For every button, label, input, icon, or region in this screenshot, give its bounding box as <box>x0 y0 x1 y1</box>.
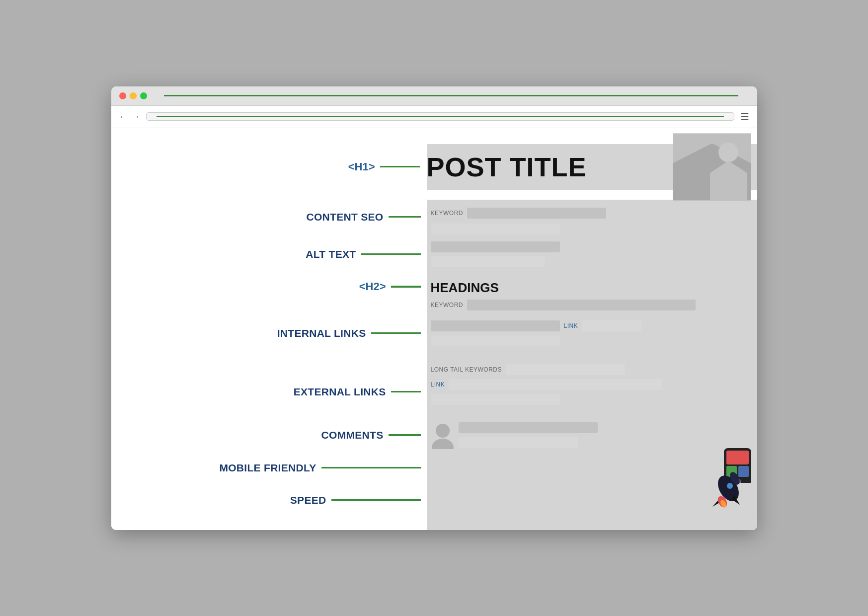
long-tail-label: LONG TAIL KEYWORDS <box>431 366 502 373</box>
traffic-lights <box>119 92 147 99</box>
h1-label-area: <H1> <box>111 160 427 173</box>
title-line <box>164 95 738 96</box>
forward-arrow[interactable]: → <box>132 112 140 121</box>
svg-point-4 <box>436 424 450 438</box>
external-links-label: EXTERNAL LINKS <box>294 386 386 398</box>
mobile-friendly-line <box>321 467 421 469</box>
alt-text-content <box>427 234 757 274</box>
link-label-2: LINK <box>431 381 445 388</box>
h2-label-area: <H2> <box>111 280 427 293</box>
minimize-button[interactable] <box>130 92 137 99</box>
alt-text-line <box>361 253 421 255</box>
comments-line <box>389 434 421 436</box>
h2-label: <H2> <box>359 280 386 293</box>
back-arrow[interactable]: ← <box>119 112 127 121</box>
external-links-content: LINK <box>427 375 757 409</box>
content-seo-label-area: CONTENT SEO <box>111 211 427 223</box>
mobile-friendly-label-area: MOBILE FRIENDLY <box>111 462 427 474</box>
bottom-spacer <box>111 518 757 530</box>
url-bar[interactable] <box>146 112 734 121</box>
browser-window: ← → ☰ <H1> POST TITLE <box>111 86 757 530</box>
spacer-2 <box>111 409 757 418</box>
h2-row: <H2> HEADINGS <box>111 274 757 300</box>
comments-bar-1 <box>459 422 598 433</box>
external-links-bar-2 <box>431 394 560 405</box>
alt-text-bar-2 <box>431 256 545 267</box>
avatar-icon <box>431 422 455 449</box>
external-links-row: EXTERNAL LINKS LINK <box>111 375 757 409</box>
keyword-row: KEYWORD <box>111 300 757 315</box>
menu-icon[interactable]: ☰ <box>740 111 749 123</box>
speed-label: SPEED <box>290 494 326 506</box>
comments-bar-2 <box>459 437 578 448</box>
person-mountain-icon <box>673 133 751 200</box>
comments-label-area: COMMENTS <box>111 429 427 441</box>
external-links-bar <box>449 379 662 390</box>
h2-content: HEADINGS <box>427 274 757 300</box>
h1-label: <H1> <box>348 160 375 173</box>
long-tail-bar <box>506 364 625 375</box>
spacer-1 <box>111 351 757 360</box>
nav-arrows: ← → <box>119 112 140 121</box>
svg-point-2 <box>718 142 738 162</box>
internal-links-line <box>371 332 421 334</box>
headings-text: HEADINGS <box>427 280 499 296</box>
internal-links-bar-3 <box>431 335 560 346</box>
page-body-full: <H1> POST TITLE <box>111 128 757 530</box>
internal-links-bar-2 <box>582 320 641 331</box>
alt-text-row: ALT TEXT <box>111 234 757 274</box>
h2-line <box>391 286 421 288</box>
title-bar <box>111 86 757 106</box>
speed-row: SPEED <box>111 483 757 518</box>
content-bar-1 <box>467 208 606 219</box>
h1-connector <box>380 166 420 168</box>
content-seo-content: KEYWORD <box>427 200 757 234</box>
alt-text-label-area: ALT TEXT <box>111 248 427 260</box>
link-label-1: LINK <box>564 322 578 329</box>
comments-content <box>427 418 757 453</box>
long-tail-row: LONG TAIL KEYWORDS <box>111 360 757 375</box>
speed-label-area: SPEED <box>111 494 427 506</box>
content-seo-label: CONTENT SEO <box>307 211 384 223</box>
nav-bar: ← → ☰ <box>111 106 757 128</box>
h1-row: <H1> POST TITLE <box>111 128 757 200</box>
speed-line <box>331 499 421 501</box>
internal-links-row: INTERNAL LINKS LINK <box>111 315 757 351</box>
content-seo-row: CONTENT SEO KEYWORD <box>111 200 757 234</box>
external-links-label-area: EXTERNAL LINKS <box>111 386 427 398</box>
keyword-label-2: KEYWORD <box>431 302 464 308</box>
internal-links-label: INTERNAL LINKS <box>277 327 366 339</box>
mobile-friendly-content <box>427 453 757 483</box>
external-links-line <box>391 391 421 393</box>
internal-links-content: LINK <box>427 315 757 351</box>
svg-point-5 <box>432 439 454 449</box>
comments-label: COMMENTS <box>321 429 384 441</box>
image-placeholder <box>673 133 751 200</box>
url-line <box>157 116 724 117</box>
internal-links-label-area: INTERNAL LINKS <box>111 327 427 339</box>
keyword-bar <box>467 300 696 310</box>
close-button[interactable] <box>119 92 126 99</box>
alt-text-label: ALT TEXT <box>306 248 356 260</box>
speed-content <box>427 483 757 518</box>
rocket-icon <box>710 471 747 513</box>
content-seo-line <box>389 216 421 218</box>
post-title: POST TITLE <box>427 152 597 182</box>
mobile-friendly-label: MOBILE FRIENDLY <box>219 462 316 474</box>
keyword-label-1: KEYWORD <box>431 210 464 217</box>
internal-links-bar <box>431 320 560 331</box>
mobile-friendly-row: MOBILE FRIENDLY <box>111 453 757 483</box>
content-bar-2 <box>431 224 560 234</box>
maximize-button[interactable] <box>140 92 147 99</box>
comments-row: COMMENTS <box>111 418 757 453</box>
alt-text-bar <box>431 241 560 252</box>
